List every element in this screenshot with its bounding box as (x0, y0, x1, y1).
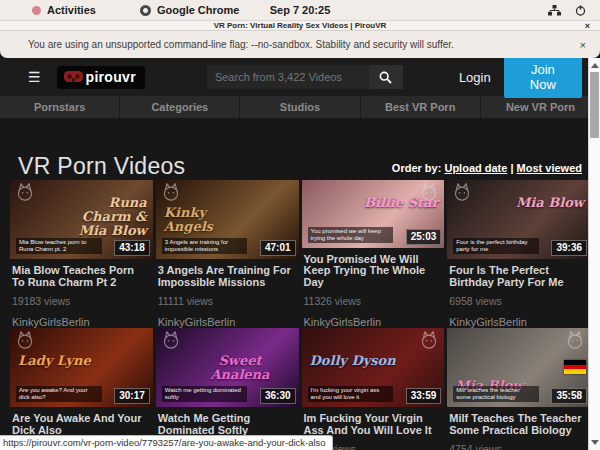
thumbnail-caption: Are you awake? And your dick also? (16, 386, 102, 402)
video-info: 3 Angels Are Training For Impossible Mis… (156, 259, 299, 328)
search-input[interactable] (207, 65, 369, 89)
video-grid: Runa Charm & Mia Blow Mia Blow teaches p… (10, 180, 590, 450)
order-by-controls: Order by: Upload date | Most viewed (392, 162, 582, 180)
scrollbar[interactable] (588, 58, 600, 450)
view-count: 11111 views (158, 295, 295, 307)
order-most-viewed-link[interactable]: Most viewed (517, 162, 582, 174)
view-count: 19183 views (12, 295, 149, 307)
studio-link[interactable]: KinkyGirlsBerlin (304, 316, 441, 328)
thumbnail-overlay-name: Kinky Angels (164, 206, 253, 234)
search-button[interactable] (369, 65, 403, 89)
nav-item-pornstars[interactable]: Pornstars (0, 96, 120, 118)
join-now-button[interactable]: Join Now (504, 56, 582, 98)
video-thumbnail[interactable]: Mia Blow Milf teaches the teacher some p… (447, 328, 590, 407)
page-title: VR Porn Videos (18, 153, 185, 180)
duration-badge: 39:36 (551, 240, 587, 256)
video-thumbnail[interactable]: Runa Charm & Mia Blow Mia Blow teaches p… (10, 180, 153, 259)
scrollbar-thumb[interactable] (590, 72, 599, 138)
studio-cat-watermark-icon (161, 331, 181, 349)
studio-link[interactable]: KinkyGirlsBerlin (449, 316, 586, 328)
studio-link[interactable]: KinkyGirlsBerlin (12, 316, 149, 328)
duration-badge: 25:03 (406, 229, 442, 245)
login-link[interactable]: Login (459, 70, 491, 85)
search-icon (379, 71, 392, 84)
video-card[interactable]: Mia Blow Milf teaches the teacher some p… (447, 328, 590, 450)
video-info: You Promised We Will Keep Trying The Who… (302, 248, 445, 329)
video-card[interactable]: Lady Lyne Are you awake? And your dick a… (10, 328, 153, 450)
view-count: 6958 views (449, 295, 586, 307)
page-heading-row: VR Porn Videos Order by: Upload date | M… (0, 118, 600, 180)
video-title-link[interactable]: You Promised We Will Keep Trying The Who… (304, 254, 441, 289)
power-icon[interactable] (575, 5, 586, 16)
video-thumbnail[interactable]: Billie Star You promised we will keep tr… (302, 180, 445, 248)
studio-cat-watermark-icon (15, 183, 35, 201)
thumbnail-caption: I'm fucking your virgin ass and you will… (308, 386, 394, 402)
scrollbar-up-arrow-icon[interactable] (591, 63, 599, 68)
window-close-icon[interactable]: × (585, 21, 590, 31)
status-bar-url: https://pirouvr.com/vr-porn-video/779325… (0, 435, 333, 450)
warning-text: You are using an unsupported command-lin… (28, 39, 454, 50)
order-upload-date-link[interactable]: Upload date (444, 162, 507, 174)
studio-link[interactable]: KinkyGirlsBerlin (158, 316, 295, 328)
window-title: VR Porn: Virtual Reality Sex Videos | Pi… (214, 21, 387, 30)
video-thumbnail[interactable]: Mia Blow Four is the perfect birthday pa… (447, 180, 590, 259)
video-title-link[interactable]: 3 Angels Are Training For Impossible Mis… (158, 265, 295, 288)
nav-item-new-vr-porn[interactable]: New VR Porn (481, 96, 600, 118)
duration-badge: 47:01 (260, 240, 296, 256)
browser-title-bar: VR Porn: Virtual Reality Sex Videos | Pi… (0, 20, 600, 31)
view-count: 11326 views (304, 295, 441, 307)
video-thumbnail[interactable]: Sweet Analena Watch me getting dominated… (156, 328, 299, 407)
thumbnail-caption: Mia Blow teaches porn to Runa Charm pt. … (16, 238, 102, 254)
video-info: Milf Teaches The Teacher Some Practical … (447, 407, 590, 450)
logo-wordmark: pirouvr (86, 69, 136, 85)
order-separator: | (510, 162, 513, 174)
video-thumbnail[interactable]: Lady Lyne Are you awake? And your dick a… (10, 328, 153, 407)
thumbnail-caption: Milf teaches the teacher some practical … (453, 386, 539, 402)
thumbnail-overlay-name: Sweet Analena (196, 354, 285, 382)
video-title-link[interactable]: Four Is The Perfect Birthday Party For M… (449, 265, 586, 288)
warning-close-icon[interactable]: × (580, 39, 586, 51)
duration-badge: 33:59 (406, 388, 442, 404)
thumbnail-caption: 3 Angels are training for impossible mis… (162, 238, 248, 254)
video-card[interactable]: Mia Blow Four is the perfect birthday pa… (447, 180, 590, 328)
video-title-link[interactable]: Mia Blow Teaches Porn To Runa Charm Pt 2 (12, 265, 149, 288)
studio-cat-watermark-icon (452, 183, 472, 201)
system-top-bar: Activities Google Chrome Sep 7 20:25 (0, 0, 600, 20)
studio-cat-watermark-icon (161, 183, 181, 201)
video-thumbnail[interactable]: Kinky Angels 3 Angels are training for i… (156, 180, 299, 259)
video-title-link[interactable]: Im Fucking Your Virgin Ass And You Will … (304, 413, 441, 436)
thumbnail-overlay-name: Mia Blow (516, 196, 584, 210)
video-card[interactable]: Billie Star You promised we will keep tr… (302, 180, 445, 328)
video-card[interactable]: Kinky Angels 3 Angels are training for i… (156, 180, 299, 328)
duration-badge: 30:17 (114, 388, 150, 404)
thumbnail-caption: You promised we will keep trying the who… (308, 227, 394, 243)
studio-cat-watermark-icon (565, 331, 585, 349)
network-icon[interactable] (548, 5, 561, 16)
video-info: Four Is The Perfect Birthday Party For M… (447, 259, 590, 328)
video-title-link[interactable]: Watch Me Getting Dominated Softly (158, 413, 295, 436)
clock[interactable]: Sep 7 20:25 (0, 4, 600, 16)
video-info: Mia Blow Teaches Porn To Runa Charm Pt 2… (10, 259, 153, 328)
thumbnail-overlay-name: Billie Star (364, 196, 438, 210)
menu-hamburger-icon[interactable]: ☰ (28, 69, 41, 85)
nav-item-best-vr-porn[interactable]: Best VR Porn (361, 96, 481, 118)
duration-badge: 36:30 (260, 388, 296, 404)
video-title-link[interactable]: Are You Awake And Your Dick Also (12, 413, 149, 436)
video-card[interactable]: Sweet Analena Watch me getting dominated… (156, 328, 299, 450)
duration-badge: 43:18 (114, 240, 150, 256)
scrollbar-down-arrow-icon[interactable] (591, 440, 599, 445)
site-logo[interactable]: pirouvr (57, 66, 145, 89)
order-by-label: Order by: (392, 162, 442, 174)
thumbnail-caption: Watch me getting dominated softly (162, 386, 248, 402)
main-nav: PornstarsCategoriesStudiosBest VR PornNe… (0, 96, 600, 118)
nav-item-categories[interactable]: Categories (120, 96, 240, 118)
duration-badge: 35:58 (551, 388, 587, 404)
thumbnail-caption: Four is the perfect birthday party for m… (453, 238, 539, 254)
video-title-link[interactable]: Milf Teaches The Teacher Some Practical … (449, 413, 586, 436)
nav-item-studios[interactable]: Studios (240, 96, 360, 118)
video-card[interactable]: Runa Charm & Mia Blow Mia Blow teaches p… (10, 180, 153, 328)
chrome-warning-infobar: You are using an unsupported command-lin… (0, 31, 600, 58)
video-thumbnail[interactable]: Dolly Dyson I'm fucking your virgin ass … (302, 328, 445, 407)
thumbnail-overlay-name: Dolly Dyson (310, 354, 396, 368)
video-card[interactable]: Dolly Dyson I'm fucking your virgin ass … (302, 328, 445, 450)
